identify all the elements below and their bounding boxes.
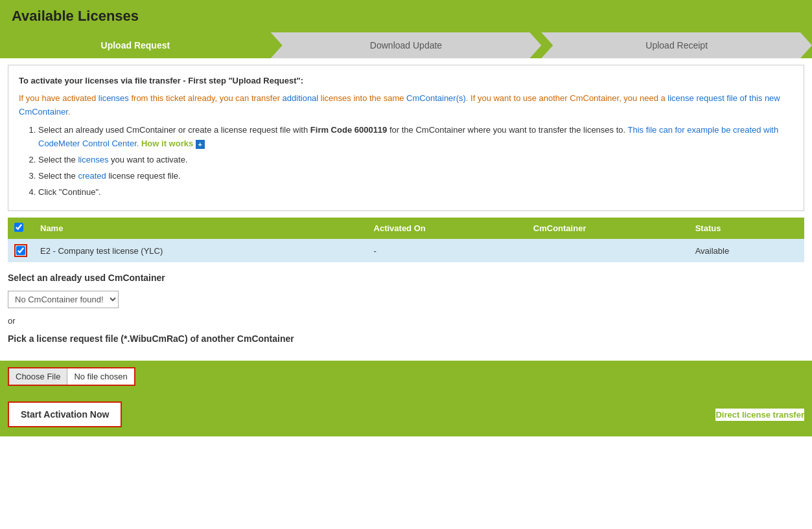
file-input-wrapper: Choose File No file chosen xyxy=(8,367,135,386)
row-checkbox-cell xyxy=(8,239,34,262)
instructions-list: Select an already used CmContainer or cr… xyxy=(19,124,793,199)
table-row: E2 - Company test license (YLC) - Availa… xyxy=(8,239,804,262)
table-header-checkbox xyxy=(8,218,34,239)
row-cm-container xyxy=(527,239,689,262)
table-header-row: Name Activated On CmContainer Status xyxy=(8,218,804,239)
instruction-step-2: Select the licenses you want to activate… xyxy=(38,153,793,167)
table-header-name: Name xyxy=(34,218,367,239)
file-chosen-text: No file chosen xyxy=(67,368,133,385)
page-wrapper: Available Licenses Upload Request Downlo… xyxy=(0,0,812,529)
wizard-steps: Upload Request Download Update Upload Re… xyxy=(0,32,812,58)
how-it-works-link[interactable]: How it works xyxy=(141,139,193,148)
instructions-title: To activate your licenses via file trans… xyxy=(19,74,793,88)
wizard-step-download-update[interactable]: Download Update xyxy=(271,32,542,58)
instruction-step-3: Select the created license request file. xyxy=(38,170,793,183)
cm-container-dropdown[interactable]: No CmContainer found! xyxy=(8,291,119,308)
select-all-checkbox[interactable] xyxy=(14,223,23,232)
page-header: Available Licenses xyxy=(0,0,812,32)
table-header-activated-on: Activated On xyxy=(367,218,527,239)
choose-file-button[interactable]: Choose File xyxy=(9,368,67,385)
plus-icon: + xyxy=(196,140,205,149)
cm-container-section: Select an already used CmContainer No Cm… xyxy=(0,262,812,361)
table-header-status: Status xyxy=(689,218,804,239)
wizard-step-upload-receipt[interactable]: Upload Receipt xyxy=(541,32,812,58)
intro-text-normal: If you have activated licenses from this… xyxy=(19,93,780,117)
start-activation-button[interactable]: Start Activation Now xyxy=(8,401,122,427)
instructions-intro: If you have activated licenses from this… xyxy=(19,92,793,119)
pick-file-label: Pick a license request file (*.WibuCmRaC… xyxy=(8,333,804,344)
or-text: or xyxy=(8,316,804,326)
instruction-step-4: Click "Continue". xyxy=(38,186,793,199)
wizard-step-upload-request[interactable]: Upload Request xyxy=(0,32,271,58)
row-activated-on: - xyxy=(367,239,527,262)
row-status: Available xyxy=(689,239,804,262)
direct-license-link[interactable]: Direct license transfer xyxy=(715,409,804,421)
row-name: E2 - Company test license (YLC) xyxy=(34,239,367,262)
instructions-box: To activate your licenses via file trans… xyxy=(8,65,804,211)
table-header-cm-container: CmContainer xyxy=(527,218,689,239)
license-table: Name Activated On CmContainer Status E2 … xyxy=(8,218,804,262)
page-title: Available Licenses xyxy=(12,8,800,25)
cm-container-label: Select an already used CmContainer xyxy=(8,273,804,283)
row-checkbox[interactable] xyxy=(16,246,25,255)
instruction-step-1: Select an already used CmContainer or cr… xyxy=(38,124,793,151)
checkbox-border xyxy=(14,244,27,257)
bottom-bar: Start Activation Now Direct license tran… xyxy=(0,392,812,436)
file-bar: Choose File No file chosen xyxy=(0,361,812,392)
step-label-2: Download Update xyxy=(370,40,442,51)
step-label-1: Upload Request xyxy=(101,40,170,51)
step-label-3: Upload Receipt xyxy=(645,40,708,51)
